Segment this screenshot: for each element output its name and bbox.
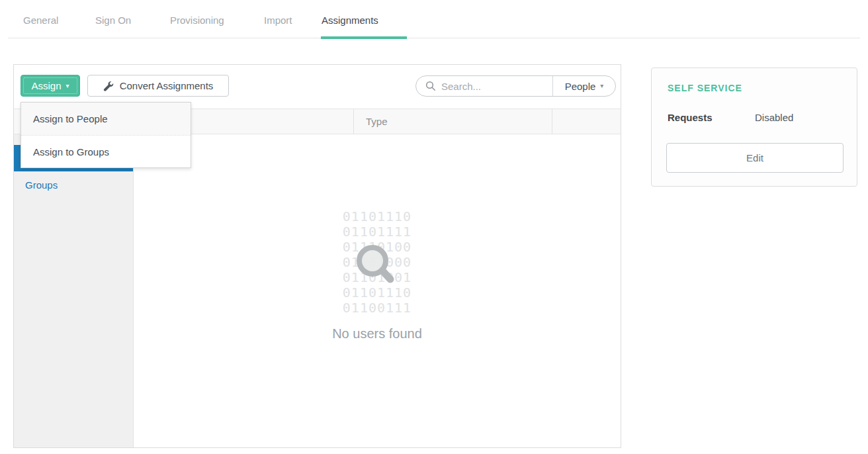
menu-item-assign-to-groups[interactable]: Assign to Groups [21, 135, 191, 167]
self-service-title: SELF SERVICE [668, 83, 742, 93]
requests-label: Requests [668, 112, 713, 123]
caret-down-icon: ▾ [600, 83, 603, 89]
sidebar-item-groups-label: Groups [25, 179, 58, 191]
assign-button-label: Assign [31, 80, 61, 91]
column-header-type-label: Type [366, 116, 388, 127]
self-service-card: SELF SERVICE Requests Disabled Edit [651, 68, 857, 187]
search-input[interactable] [441, 81, 547, 92]
active-tab-underline [321, 36, 407, 39]
convert-assignments-button[interactable]: Convert Assignments [87, 75, 229, 97]
search-icon [425, 81, 436, 91]
assign-dropdown-menu: Assign to People Assign to Groups [21, 102, 191, 168]
assign-button[interactable]: Assign ▾ [21, 75, 80, 97]
menu-item-label: Assign to Groups [33, 146, 109, 158]
search-scope-dropdown[interactable]: People ▾ [552, 76, 615, 96]
tab-bar-divider [8, 38, 860, 38]
column-header-type[interactable]: Type [353, 109, 552, 134]
binary-line: 01101110 [134, 209, 621, 224]
caret-down-icon: ▾ [66, 83, 69, 89]
assignments-panel: Assign ▾ Convert Assignments People ▾ Ty… [13, 64, 621, 448]
tab-sign-on[interactable]: Sign On [95, 15, 131, 26]
column-header-actions [552, 109, 621, 134]
convert-assignments-label: Convert Assignments [120, 80, 214, 91]
tab-general[interactable]: General [23, 15, 58, 26]
empty-state: 01101110 01101111 01110100 01101000 0110… [134, 134, 621, 447]
binary-line: 01101111 [134, 224, 621, 240]
search-scope-label: People [565, 81, 596, 92]
menu-item-assign-to-people[interactable]: Assign to People [21, 103, 191, 135]
empty-state-message: No users found [134, 326, 621, 341]
search-field-area[interactable] [416, 76, 552, 96]
search-bar: People ▾ [415, 75, 616, 97]
requests-status-value: Disabled [755, 112, 793, 123]
menu-item-label: Assign to People [33, 113, 108, 124]
tab-assignments[interactable]: Assignments [322, 15, 378, 26]
magnifier-icon [353, 244, 399, 290]
edit-button[interactable]: Edit [666, 143, 844, 173]
sidebar-item-groups[interactable]: Groups [14, 171, 133, 198]
binary-line: 01100111 [134, 300, 621, 316]
wrench-icon [103, 81, 114, 91]
filter-sidebar: People Groups [14, 134, 134, 447]
tab-import[interactable]: Import [264, 15, 292, 26]
tab-provisioning[interactable]: Provisioning [170, 15, 224, 26]
